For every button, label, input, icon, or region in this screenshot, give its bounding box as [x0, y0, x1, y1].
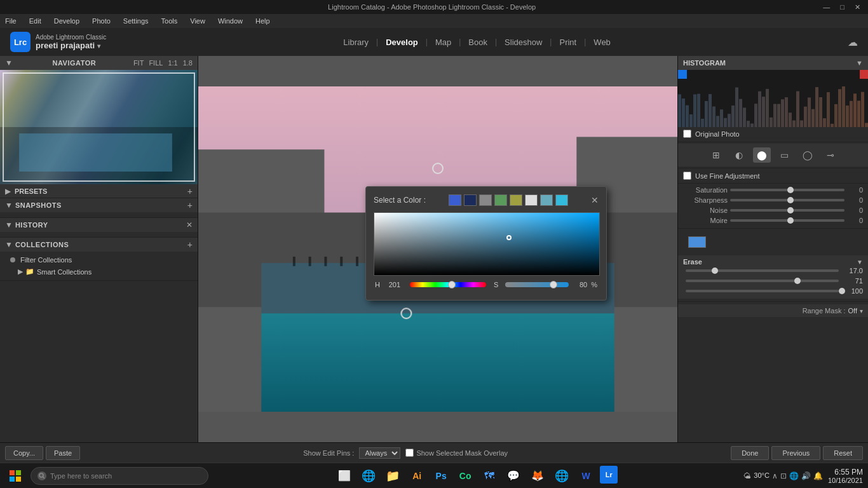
- maximize-button[interactable]: □: [837, 3, 847, 11]
- erase-thumb-3[interactable]: [839, 288, 845, 294]
- taskbar-search[interactable]: Type here to search: [31, 467, 208, 485]
- nav-map[interactable]: Map: [430, 35, 456, 50]
- menu-photo[interactable]: Photo: [90, 16, 113, 26]
- time-display[interactable]: 6:55 PM 10/16/2021: [828, 468, 863, 484]
- saturation-track[interactable]: [730, 189, 844, 191]
- network-icon[interactable]: 🌐: [789, 471, 799, 480]
- nav-web[interactable]: Web: [588, 35, 616, 50]
- erase-slider-3[interactable]: [686, 290, 839, 292]
- menu-view[interactable]: View: [187, 16, 208, 26]
- window-controls[interactable]: — □ ✕: [820, 3, 863, 11]
- collections-header[interactable]: ▼ Collections +: [0, 238, 198, 252]
- nav-fit[interactable]: FIT: [133, 59, 144, 67]
- menu-help[interactable]: Help: [253, 16, 273, 26]
- slider-tool-btn[interactable]: ⊸: [822, 147, 839, 163]
- close-button[interactable]: ✕: [852, 3, 863, 11]
- icon7[interactable]: 🗺: [479, 466, 499, 486]
- rect-tool-btn[interactable]: ▭: [776, 147, 794, 163]
- word-icon[interactable]: W: [576, 466, 596, 486]
- previous-button[interactable]: Previous: [771, 446, 820, 460]
- nav-fill[interactable]: FILL: [149, 59, 163, 67]
- illustrator-icon[interactable]: Ai: [407, 466, 427, 486]
- presets-section[interactable]: ▶ Presets +: [0, 184, 198, 198]
- moire-thumb[interactable]: [787, 217, 794, 224]
- snapshots-add-btn[interactable]: +: [187, 200, 193, 210]
- circle-tool-btn[interactable]: ◐: [730, 147, 748, 163]
- moire-track[interactable]: [730, 219, 844, 222]
- menu-develop[interactable]: Develop: [51, 16, 82, 26]
- erase-slider-2[interactable]: [686, 280, 839, 282]
- nav-1-8[interactable]: 1.8: [183, 59, 193, 67]
- nav-book[interactable]: Book: [463, 35, 492, 50]
- navigator-header[interactable]: ▼ Navigator FIT FILL 1:1 1.8: [0, 56, 198, 70]
- paste-button[interactable]: Paste: [46, 446, 80, 460]
- hue-slider[interactable]: [410, 282, 486, 287]
- erase-dropdown-arrow[interactable]: ▼: [857, 259, 863, 266]
- minimize-button[interactable]: —: [820, 3, 832, 11]
- done-button[interactable]: Done: [731, 446, 769, 460]
- color-gradient[interactable]: [374, 212, 600, 276]
- ring-tool-btn[interactable]: ◯: [799, 147, 817, 163]
- presets-add-btn[interactable]: +: [187, 186, 193, 196]
- volume-icon[interactable]: 🔊: [801, 471, 811, 480]
- photoshop-icon[interactable]: Ps: [431, 466, 451, 486]
- sharpness-track[interactable]: [730, 199, 844, 201]
- navigator-collapse-arrow[interactable]: ▼: [5, 58, 13, 67]
- system-tray-icon[interactable]: ⊡: [780, 471, 787, 480]
- collections-collapse-arrow[interactable]: ▼: [5, 240, 13, 249]
- preset-gray[interactable]: [479, 194, 492, 206]
- preset-white[interactable]: [525, 194, 538, 206]
- skype-icon[interactable]: 💬: [503, 466, 524, 486]
- noise-track[interactable]: [730, 209, 844, 212]
- dialog-close-btn[interactable]: ✕: [591, 195, 599, 205]
- reset-button[interactable]: Reset: [823, 446, 863, 460]
- file-explorer-icon[interactable]: 📁: [383, 466, 403, 486]
- noise-thumb[interactable]: [787, 207, 794, 214]
- dot-tool-btn[interactable]: ⬤: [753, 147, 771, 163]
- preset-blue[interactable]: [449, 194, 461, 206]
- history-close-btn[interactable]: ✕: [186, 220, 193, 229]
- erase-thumb-1[interactable]: [712, 268, 718, 274]
- nav-library[interactable]: Library: [338, 35, 374, 50]
- show-edit-pins-select[interactable]: Always Auto Never: [359, 447, 400, 459]
- notification-icon[interactable]: 🔔: [813, 471, 823, 480]
- history-header[interactable]: ▼ History ✕: [0, 218, 198, 232]
- menu-file[interactable]: File: [3, 16, 19, 26]
- preset-cyan[interactable]: [555, 194, 568, 206]
- chevron-up-icon[interactable]: ∧: [772, 471, 778, 480]
- history-collapse-arrow[interactable]: ▼: [5, 220, 13, 229]
- start-button[interactable]: [5, 466, 25, 486]
- sharpness-thumb[interactable]: [787, 197, 794, 203]
- histogram-collapse[interactable]: ▼: [856, 59, 863, 67]
- task-view-icon[interactable]: ⬜: [334, 466, 355, 486]
- fine-adj-checkbox[interactable]: [683, 172, 691, 180]
- original-photo-checkbox[interactable]: [683, 130, 691, 138]
- snapshots-header[interactable]: ▼ Snapshots +: [0, 198, 198, 212]
- menu-tools[interactable]: Tools: [159, 16, 180, 26]
- lightroom-icon[interactable]: Lr: [600, 466, 618, 484]
- menu-edit[interactable]: Edit: [27, 16, 44, 26]
- filter-collections-item[interactable]: Filter Collections: [0, 254, 198, 266]
- nav-slideshow[interactable]: Slideshow: [499, 35, 547, 50]
- smart-collections-expand-arrow[interactable]: ▶: [18, 268, 23, 276]
- icon6[interactable]: Co: [455, 466, 475, 486]
- snapshots-collapse-arrow[interactable]: ▼: [5, 201, 13, 210]
- range-mask-arrow[interactable]: ▾: [860, 308, 863, 315]
- erase-thumb-2[interactable]: [794, 278, 801, 284]
- preset-green[interactable]: [494, 194, 507, 206]
- menu-settings[interactable]: Settings: [121, 16, 151, 26]
- grid-tool-btn[interactable]: ⊞: [707, 147, 725, 163]
- show-mask-checkbox[interactable]: [405, 449, 414, 457]
- nav-develop[interactable]: Develop: [381, 35, 423, 50]
- saturation-slider[interactable]: [505, 282, 569, 287]
- smart-collections-item[interactable]: ▶ 📁 Smart Collections: [0, 266, 198, 278]
- menu-window[interactable]: Window: [215, 16, 245, 26]
- edge-browser-icon[interactable]: 🌐: [358, 466, 379, 486]
- user-dropdown-icon[interactable]: ▾: [97, 43, 100, 50]
- blue-color-swatch[interactable]: [688, 236, 706, 248]
- preset-darkblue[interactable]: [464, 194, 477, 206]
- histogram-header[interactable]: Histogram ▼: [678, 56, 868, 70]
- collections-add-btn[interactable]: +: [187, 240, 193, 250]
- icon9[interactable]: 🦊: [527, 466, 548, 486]
- saturation-thumb[interactable]: [787, 187, 794, 193]
